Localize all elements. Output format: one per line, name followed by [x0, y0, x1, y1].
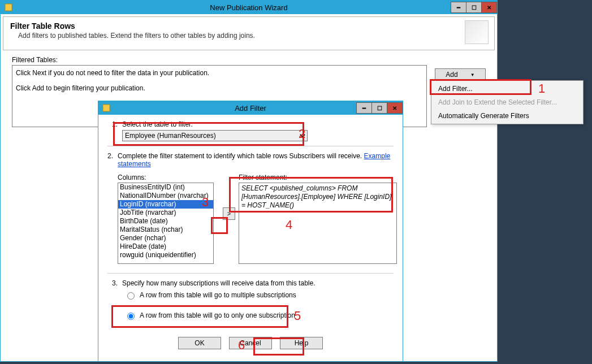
- columns-listbox[interactable]: BusinessEntityID (int)NationalIDNumber (…: [118, 183, 214, 264]
- filter-statement-textarea[interactable]: SELECT <published_columns> FROM [HumanRe…: [239, 183, 397, 264]
- menu-add-filter[interactable]: Add Filter...: [433, 82, 582, 96]
- addfilter-titlebar: Add Filter ━ ☐ ✕: [98, 101, 403, 115]
- table-select[interactable]: Employee (HumanResources): [122, 130, 308, 141]
- column-option[interactable]: MaritalStatus (nchar): [118, 226, 213, 234]
- wizard-header-title: Filter Table Rows: [10, 21, 487, 31]
- radio-single[interactable]: A row from this table will go to only on…: [124, 311, 394, 320]
- column-option[interactable]: NationalIDNumber (nvarchar): [118, 192, 213, 200]
- step3-label: Specify how many subscriptions will rece…: [122, 279, 394, 287]
- column-option[interactable]: rowguid (uniqueidentifier): [118, 251, 213, 259]
- add-button-label: Add: [446, 71, 457, 79]
- addfilter-title: Add Filter: [235, 104, 266, 112]
- addfilter-maximize-button[interactable]: ☐: [371, 102, 387, 114]
- radio-single-input[interactable]: [127, 313, 135, 320]
- svg-rect-0: [5, 4, 12, 11]
- ok-button[interactable]: OK: [178, 337, 221, 349]
- wizard-header-desc: Add filters to published tables. Extend …: [18, 32, 487, 40]
- radio-multiple-label: A row from this table will go to multipl…: [140, 291, 296, 299]
- menu-auto-generate[interactable]: Automatically Generate Filters: [433, 109, 582, 123]
- move-right-button[interactable]: >: [223, 207, 235, 220]
- filtered-text-1: Click Next if you do not need to filter …: [16, 68, 423, 79]
- add-filter-dialog: Add Filter ━ ☐ ✕ 1. Select the table to …: [98, 101, 403, 362]
- step3-num: 3.: [107, 279, 118, 320]
- menu-add-join: Add Join to Extend the Selected Filter..…: [433, 96, 582, 109]
- column-option[interactable]: BusinessEntityID (int): [118, 183, 213, 192]
- radio-single-label: A row from this table will go to only on…: [140, 311, 295, 319]
- filter-statement-label: Filter statement:: [239, 174, 397, 181]
- wizard-titlebar: New Publication Wizard ━ ☐ ✕: [1, 1, 497, 14]
- wizard-title: New Publication Wizard: [210, 3, 287, 12]
- column-option[interactable]: BirthDate (date): [118, 217, 213, 226]
- radio-multiple-input[interactable]: [127, 292, 135, 300]
- wizard-header-image: [465, 20, 489, 44]
- wizard-icon: [4, 3, 13, 12]
- radio-multiple[interactable]: A row from this table will go to multipl…: [124, 291, 394, 300]
- column-option[interactable]: LoginID (nvarchar): [118, 200, 213, 209]
- step2-num: 2.: [107, 152, 113, 264]
- columns-label: Columns:: [118, 174, 219, 181]
- wizard-header: Filter Table Rows Add filters to publish…: [3, 16, 495, 50]
- column-option[interactable]: Gender (nchar): [118, 234, 213, 242]
- svg-rect-1: [103, 105, 110, 111]
- wizard-minimize-button[interactable]: ━: [451, 2, 466, 13]
- addfilter-minimize-button[interactable]: ━: [356, 102, 372, 114]
- step1-num: 1.: [107, 120, 118, 141]
- column-option[interactable]: JobTitle (nvarchar): [118, 209, 213, 217]
- step2-label: Complete the filter statement to identif…: [118, 152, 364, 160]
- cancel-button[interactable]: Cancel: [229, 337, 272, 349]
- addfilter-icon: [102, 103, 111, 112]
- wizard-maximize-button[interactable]: ☐: [466, 2, 482, 13]
- column-option[interactable]: HireDate (date): [118, 242, 213, 251]
- step1-label: Select the table to filter.: [122, 120, 394, 128]
- wizard-close-button[interactable]: ✕: [481, 2, 497, 13]
- add-context-menu: Add Filter... Add Join to Extend the Sel…: [431, 80, 584, 124]
- filtered-text-2: Click Add to begin filtering your public…: [16, 83, 423, 94]
- add-dropdown-button[interactable]: Add: [435, 68, 486, 81]
- filtered-tables-label: Filtered Tables:: [12, 56, 495, 64]
- addfilter-close-button[interactable]: ✕: [387, 102, 403, 114]
- help-button[interactable]: Help: [280, 337, 323, 349]
